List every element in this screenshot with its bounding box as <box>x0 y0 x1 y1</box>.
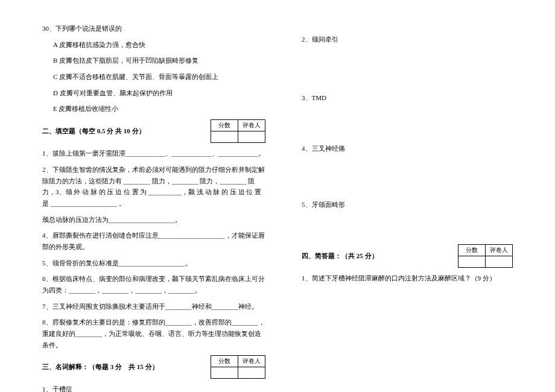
score-col2-header: 评卷人 <box>486 244 513 256</box>
q30-option-a: A 皮瓣移植抗感染力强，愈合快 <box>42 39 265 51</box>
section-3-title: 三、名词解释：（每题 3 分 共 15 分） <box>42 355 159 371</box>
grader-cell[interactable] <box>486 256 513 267</box>
q30-stem: 30、下列哪个说法是错误的 <box>42 23 265 34</box>
fill-4: 4、唇部撕裂伤在进行清创缝合时应注意____________________，才… <box>42 230 265 252</box>
score-col2-header: 评卷人 <box>238 356 265 367</box>
score-table-sec2: 分数评卷人 <box>211 119 265 143</box>
grader-cell[interactable] <box>238 367 265 379</box>
q30-option-b: B 皮瓣包括皮下脂肪层，可用于凹陷缺损畸形修复 <box>42 55 265 66</box>
score-table-sec3: 分数评卷人 <box>211 355 265 379</box>
fill-3b: 颈总动脉的压迫方法为____________________。 <box>42 214 265 226</box>
short-1: 1、简述下牙槽神经阻滞麻醉的口内注射方法及麻醉区域？（9 分） <box>302 273 513 284</box>
score-col1-header: 分数 <box>211 120 238 131</box>
score-cell[interactable] <box>458 256 486 267</box>
term-2: 2、颌间牵引 <box>302 34 513 45</box>
fill-6: 6、根据临床特点、病变的部位和病理改变，颞下颌关节紊乱病在临床上可分为四类：__… <box>42 273 265 296</box>
fill-1: 1、拔除上颌第一磨牙需阻滞____________、____________、_… <box>42 148 265 159</box>
score-table-sec4: 分数评卷人 <box>458 244 513 268</box>
section-4-header: 四、简答题：（共 25 分） 分数评卷人 <box>302 244 513 268</box>
section-2-title: 二、填空题（每空 0.5 分 共 10 分） <box>42 119 145 136</box>
score-cell[interactable] <box>211 131 238 143</box>
section-4-title: 四、简答题：（共 25 分） <box>302 244 378 261</box>
right-column: 2、颌间牵引 3、TMD 4、三叉神经痛 5、牙颌面畸形 四、简答题：（共 25… <box>302 18 513 392</box>
q30-option-c: C 皮瓣不适合移植在肌腱、关节面、骨面等暴露的创面上 <box>42 71 265 83</box>
score-col2-header: 评卷人 <box>238 120 265 131</box>
fill-5: 5、颌骨骨折的复位标准是____________________。 <box>42 258 265 269</box>
term-3: 3、TMD <box>302 92 513 104</box>
grader-cell[interactable] <box>238 131 265 143</box>
section-2-header: 二、填空题（每空 0.5 分 共 10 分） 分数评卷人 <box>42 119 265 143</box>
q30-option-e: E 皮瓣移植后收缩性小 <box>42 103 265 115</box>
score-col1-header: 分数 <box>211 356 238 367</box>
score-cell[interactable] <box>211 367 238 379</box>
term-1: 1、干槽症 <box>42 384 265 392</box>
score-col1-header: 分数 <box>458 244 486 256</box>
fill-8: 8、腭裂修复术的主要目的是：修复腭部的________，改善腭部的_______… <box>42 317 265 350</box>
section-3-header: 三、名词解释：（每题 3 分 共 15 分） 分数评卷人 <box>42 355 265 379</box>
q30-option-d: D 皮瓣可对重要血管、脑末起保护的作用 <box>42 87 265 99</box>
term-5: 5、牙颌面畸形 <box>302 199 513 210</box>
left-column: 30、下列哪个说法是错误的 A 皮瓣移植抗感染力强，愈合快 B 皮瓣包括皮下脂肪… <box>42 18 265 392</box>
term-4: 4、三叉神经痛 <box>302 143 513 154</box>
fill-7: 7、三叉神经周围支切除撕脱术主要适用于________神经和________神经… <box>42 301 265 312</box>
fill-2: 2、下颌阻生智齿的情况复杂，术前必须对可能遇到的阻力仔细分析并制定解除阻力的方法… <box>42 164 265 209</box>
